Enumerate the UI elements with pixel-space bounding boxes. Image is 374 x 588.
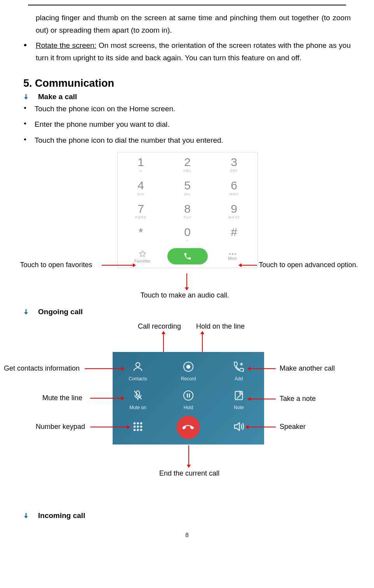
dial-key-letters: DEF (211, 169, 257, 173)
dial-key[interactable]: 6MNO (211, 176, 257, 199)
contacts-icon (130, 359, 146, 374)
dialer-screenshot: 1∞2ABC3DEF4GHI5JKL6MNO7PQRS8TUV9WXYZ*0+#… (117, 152, 258, 268)
bullet-dot-icon (24, 44, 26, 46)
svg-point-12 (184, 391, 193, 400)
dial-key[interactable]: * (118, 222, 164, 246)
contacts-button[interactable]: Contacts (113, 359, 163, 382)
dial-key-number: 4 (118, 179, 164, 192)
speaker-icon (230, 418, 247, 435)
dial-key[interactable]: 5JKL (164, 176, 211, 199)
dial-key[interactable]: 2ABC (164, 152, 211, 176)
speaker-button[interactable] (214, 418, 264, 437)
hold-icon (181, 388, 196, 403)
arrow-favorites (102, 265, 133, 266)
arrow-contacts (85, 368, 122, 369)
svg-point-2 (229, 253, 231, 255)
arrow-keypad (90, 427, 127, 427)
dial-key-number: 0 (164, 226, 211, 238)
record-button[interactable]: Record (163, 359, 214, 382)
arrow-end (188, 445, 189, 465)
dial-key[interactable]: 9WXYZ (211, 199, 257, 222)
svg-point-7 (136, 362, 140, 367)
list-item: Touch the phone icon on the Home screen. (24, 103, 351, 117)
dial-key-letters: WXYZ (211, 215, 257, 219)
arrow-speaker (249, 427, 276, 427)
dial-key-number: # (211, 226, 257, 238)
svg-point-23 (137, 429, 139, 431)
ongoing-figure: Call recording Hold on the line Contacts… (16, 321, 353, 500)
dial-grid: 1∞2ABC3DEF4GHI5JKL6MNO7PQRS8TUV9WXYZ*0+# (118, 152, 257, 246)
add-button[interactable]: Add (214, 359, 264, 382)
svg-point-16 (134, 422, 136, 425)
hold-button[interactable]: Hold (163, 388, 214, 410)
arrow-mute (90, 398, 121, 399)
phone-icon (183, 252, 192, 261)
dial-key-letters: ABC (164, 169, 211, 173)
bullet-dot-icon (24, 107, 26, 109)
mute-button[interactable]: Mute on (113, 388, 163, 410)
annot-end: End the current call (159, 469, 219, 478)
annot-mute: Mute the line (42, 394, 82, 402)
dial-key[interactable]: 4GHI (118, 176, 164, 199)
keypad-button[interactable] (113, 418, 163, 437)
add-call-icon (231, 359, 247, 374)
record-icon (181, 359, 196, 374)
end-call-button[interactable] (163, 416, 214, 439)
svg-rect-25 (25, 513, 27, 516)
svg-rect-5 (25, 309, 27, 312)
dial-key-letters: TUV (164, 215, 211, 219)
annot-note: Take a note (280, 395, 316, 403)
dial-key[interactable]: 8TUV (164, 199, 211, 222)
dial-key-letters: JKL (164, 192, 211, 196)
make-call-bullets: Touch the phone icon on the Home screen.… (24, 103, 351, 148)
dial-key-letters (118, 239, 164, 243)
dial-key-number: 8 (164, 202, 211, 215)
down-arrow-icon (23, 94, 29, 100)
svg-point-20 (137, 425, 139, 428)
rotate-label: Rotate the screen: (36, 41, 96, 49)
annot-speaker: Speaker (280, 423, 306, 431)
dial-key-letters: ∞ (118, 169, 164, 173)
svg-marker-6 (24, 312, 28, 315)
dial-key[interactable]: 7PQRS (118, 199, 164, 222)
favorites-button[interactable]: Favorites (120, 250, 165, 263)
rotate-text: Rotate the screen: On most screens, the … (36, 39, 351, 65)
intro-continuation: placing finger and thumb on the screen a… (36, 12, 351, 37)
mute-icon (130, 388, 146, 403)
bullet-dot-icon (24, 122, 26, 124)
svg-point-17 (137, 422, 139, 425)
annot-call: Touch to make an audio call. (141, 291, 229, 299)
annot-contacts: Get contacts information (4, 364, 80, 373)
dial-actions: Favorites More (118, 246, 257, 268)
more-button[interactable]: More (210, 252, 255, 261)
dial-key[interactable]: # (211, 222, 257, 246)
ongoing-grid: Contacts Record Add Mute on Hold (113, 359, 264, 410)
dial-key-number: 7 (118, 202, 164, 215)
dial-key[interactable]: 1∞ (118, 152, 164, 176)
dial-key-number: 9 (211, 202, 257, 215)
dial-key-letters (211, 239, 257, 243)
star-icon (138, 250, 147, 258)
dial-key-number: * (118, 226, 164, 238)
dial-key[interactable]: 0+ (164, 222, 211, 246)
rotate-bullet: Rotate the screen: On most screens, the … (24, 39, 351, 67)
svg-point-24 (140, 429, 143, 431)
svg-rect-14 (189, 394, 190, 398)
note-icon (231, 388, 247, 403)
svg-point-9 (186, 365, 191, 369)
more-dots-icon (228, 252, 237, 256)
down-arrow-icon (23, 309, 29, 315)
bullet-dot-icon (24, 138, 26, 140)
annot-record: Call recording (138, 322, 181, 331)
svg-rect-0 (25, 94, 27, 97)
call-button[interactable] (167, 248, 208, 264)
dial-key-number: 2 (164, 156, 211, 168)
ongoing-heading: Ongoing call (23, 308, 351, 316)
dial-key[interactable]: 3DEF (211, 152, 257, 176)
dial-key-letters: MNO (211, 192, 257, 196)
make-call-heading: Make a call (23, 93, 351, 101)
annot-favorites: Touch to open favorites (20, 261, 92, 269)
list-item-text: Touch the phone icon on the Home screen. (35, 103, 351, 115)
annot-keypad: Number keypad (36, 423, 85, 431)
incoming-heading: Incoming call (23, 511, 351, 520)
